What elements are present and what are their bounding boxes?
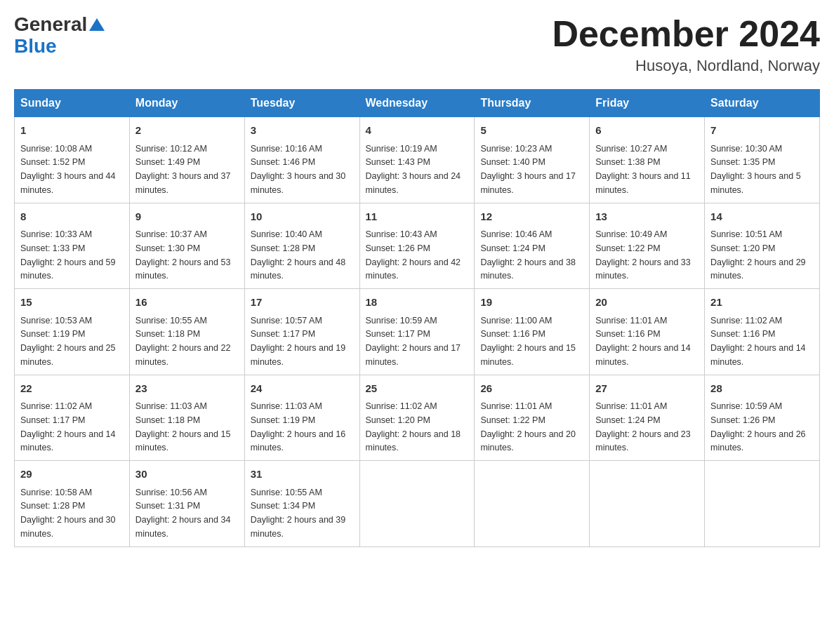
table-row: 14 Sunrise: 10:51 AMSunset: 1:20 PMDayli… <box>705 203 820 289</box>
day-number: 24 <box>251 381 354 397</box>
table-row: 26 Sunrise: 11:01 AMSunset: 1:22 PMDayli… <box>475 375 590 461</box>
day-info: Sunrise: 11:02 AMSunset: 1:17 PMDaylight… <box>20 401 116 452</box>
table-row: 21 Sunrise: 11:02 AMSunset: 1:16 PMDayli… <box>705 289 820 375</box>
day-info: Sunrise: 10:51 AMSunset: 1:20 PMDaylight… <box>710 229 806 281</box>
table-row: 22 Sunrise: 11:02 AMSunset: 1:17 PMDayli… <box>15 375 130 461</box>
table-row: 18 Sunrise: 10:59 AMSunset: 1:17 PMDayli… <box>359 289 475 375</box>
table-row: 28 Sunrise: 10:59 AMSunset: 1:26 PMDayli… <box>705 375 820 461</box>
table-row: 3 Sunrise: 10:16 AMSunset: 1:46 PMDaylig… <box>244 117 359 203</box>
day-info: Sunrise: 11:01 AMSunset: 1:16 PMDaylight… <box>595 316 691 367</box>
svg-marker-0 <box>89 18 105 31</box>
day-info: Sunrise: 10:37 AMSunset: 1:30 PMDaylight… <box>135 229 231 281</box>
day-number: 15 <box>20 295 124 311</box>
day-info: Sunrise: 10:08 AMSunset: 1:52 PMDaylight… <box>20 144 116 195</box>
day-info: Sunrise: 10:46 AMSunset: 1:24 PMDaylight… <box>480 229 576 281</box>
day-number: 25 <box>366 381 469 397</box>
day-number: 7 <box>710 123 814 139</box>
header-friday: Friday <box>590 90 705 117</box>
day-info: Sunrise: 10:40 AMSunset: 1:28 PMDaylight… <box>251 229 346 281</box>
table-row <box>475 461 590 547</box>
table-row <box>705 461 820 547</box>
day-number: 28 <box>710 381 814 397</box>
table-row: 20 Sunrise: 11:01 AMSunset: 1:16 PMDayli… <box>590 289 705 375</box>
calendar-week-row: 15 Sunrise: 10:53 AMSunset: 1:19 PMDayli… <box>15 289 820 375</box>
logo-triangle-icon <box>89 15 105 31</box>
day-number: 8 <box>20 209 124 225</box>
table-row: 10 Sunrise: 10:40 AMSunset: 1:28 PMDayli… <box>244 203 359 289</box>
day-info: Sunrise: 11:03 AMSunset: 1:19 PMDaylight… <box>251 401 346 452</box>
day-number: 31 <box>251 467 354 483</box>
day-number: 4 <box>366 123 469 139</box>
day-number: 1 <box>20 123 124 139</box>
calendar-table: Sunday Monday Tuesday Wednesday Thursday… <box>14 89 820 547</box>
table-row: 24 Sunrise: 11:03 AMSunset: 1:19 PMDayli… <box>244 375 359 461</box>
table-row: 27 Sunrise: 11:01 AMSunset: 1:24 PMDayli… <box>590 375 705 461</box>
day-number: 30 <box>135 467 239 483</box>
table-row: 7 Sunrise: 10:30 AMSunset: 1:35 PMDaylig… <box>705 117 820 203</box>
day-number: 5 <box>480 123 583 139</box>
table-row: 30 Sunrise: 10:56 AMSunset: 1:31 PMDayli… <box>129 461 244 547</box>
day-number: 14 <box>710 209 814 225</box>
day-number: 20 <box>595 295 699 311</box>
day-number: 2 <box>135 123 239 139</box>
header-sunday: Sunday <box>15 90 130 117</box>
day-info: Sunrise: 10:43 AMSunset: 1:26 PMDaylight… <box>366 229 461 281</box>
calendar-week-row: 29 Sunrise: 10:58 AMSunset: 1:28 PMDayli… <box>15 461 820 547</box>
location-subtitle: Husoya, Nordland, Norway <box>552 57 820 75</box>
day-info: Sunrise: 10:30 AMSunset: 1:35 PMDaylight… <box>710 144 801 195</box>
header-saturday: Saturday <box>705 90 820 117</box>
table-row <box>359 461 475 547</box>
day-info: Sunrise: 11:01 AMSunset: 1:22 PMDaylight… <box>480 401 576 452</box>
day-number: 3 <box>251 123 354 139</box>
day-number: 6 <box>595 123 699 139</box>
day-info: Sunrise: 10:27 AMSunset: 1:38 PMDaylight… <box>595 144 691 195</box>
day-number: 18 <box>366 295 469 311</box>
calendar-week-row: 1 Sunrise: 10:08 AMSunset: 1:52 PMDaylig… <box>15 117 820 203</box>
day-number: 19 <box>480 295 583 311</box>
day-number: 9 <box>135 209 239 225</box>
title-section: December 2024 Husoya, Nordland, Norway <box>552 14 820 75</box>
day-info: Sunrise: 10:59 AMSunset: 1:17 PMDaylight… <box>366 316 461 367</box>
table-row: 17 Sunrise: 10:57 AMSunset: 1:17 PMDayli… <box>244 289 359 375</box>
calendar-week-row: 8 Sunrise: 10:33 AMSunset: 1:33 PMDaylig… <box>15 203 820 289</box>
table-row: 23 Sunrise: 11:03 AMSunset: 1:18 PMDayli… <box>129 375 244 461</box>
day-number: 22 <box>20 381 124 397</box>
table-row: 19 Sunrise: 11:00 AMSunset: 1:16 PMDayli… <box>475 289 590 375</box>
table-row: 2 Sunrise: 10:12 AMSunset: 1:49 PMDaylig… <box>129 117 244 203</box>
logo: General Blue <box>14 14 105 58</box>
day-info: Sunrise: 11:02 AMSunset: 1:20 PMDaylight… <box>366 401 461 452</box>
table-row: 8 Sunrise: 10:33 AMSunset: 1:33 PMDaylig… <box>15 203 130 289</box>
table-row: 12 Sunrise: 10:46 AMSunset: 1:24 PMDayli… <box>475 203 590 289</box>
day-info: Sunrise: 10:33 AMSunset: 1:33 PMDaylight… <box>20 229 116 281</box>
day-info: Sunrise: 10:19 AMSunset: 1:43 PMDaylight… <box>366 144 461 195</box>
table-row: 15 Sunrise: 10:53 AMSunset: 1:19 PMDayli… <box>15 289 130 375</box>
day-info: Sunrise: 10:16 AMSunset: 1:46 PMDaylight… <box>251 144 346 195</box>
day-number: 10 <box>251 209 354 225</box>
day-info: Sunrise: 11:02 AMSunset: 1:16 PMDaylight… <box>710 316 806 367</box>
day-info: Sunrise: 11:01 AMSunset: 1:24 PMDaylight… <box>595 401 691 452</box>
day-number: 17 <box>251 295 354 311</box>
table-row: 6 Sunrise: 10:27 AMSunset: 1:38 PMDaylig… <box>590 117 705 203</box>
day-info: Sunrise: 10:55 AMSunset: 1:34 PMDaylight… <box>251 488 346 539</box>
header-monday: Monday <box>129 90 244 117</box>
day-info: Sunrise: 10:49 AMSunset: 1:22 PMDaylight… <box>595 229 691 281</box>
day-number: 23 <box>135 381 239 397</box>
table-row: 16 Sunrise: 10:55 AMSunset: 1:18 PMDayli… <box>129 289 244 375</box>
day-number: 11 <box>366 209 469 225</box>
day-number: 29 <box>20 467 124 483</box>
page-header: General Blue December 2024 Husoya, Nordl… <box>14 14 820 75</box>
day-info: Sunrise: 10:58 AMSunset: 1:28 PMDaylight… <box>20 488 116 539</box>
table-row: 11 Sunrise: 10:43 AMSunset: 1:26 PMDayli… <box>359 203 475 289</box>
month-title: December 2024 <box>552 14 820 54</box>
day-info: Sunrise: 10:55 AMSunset: 1:18 PMDaylight… <box>135 316 231 367</box>
day-info: Sunrise: 10:59 AMSunset: 1:26 PMDaylight… <box>710 401 806 452</box>
calendar-header-row: Sunday Monday Tuesday Wednesday Thursday… <box>15 90 820 117</box>
day-info: Sunrise: 10:57 AMSunset: 1:17 PMDaylight… <box>251 316 346 367</box>
header-wednesday: Wednesday <box>359 90 475 117</box>
day-info: Sunrise: 10:12 AMSunset: 1:49 PMDaylight… <box>135 144 231 195</box>
day-info: Sunrise: 11:00 AMSunset: 1:16 PMDaylight… <box>480 316 576 367</box>
day-number: 21 <box>710 295 814 311</box>
table-row: 5 Sunrise: 10:23 AMSunset: 1:40 PMDaylig… <box>475 117 590 203</box>
day-number: 26 <box>480 381 583 397</box>
day-number: 16 <box>135 295 239 311</box>
